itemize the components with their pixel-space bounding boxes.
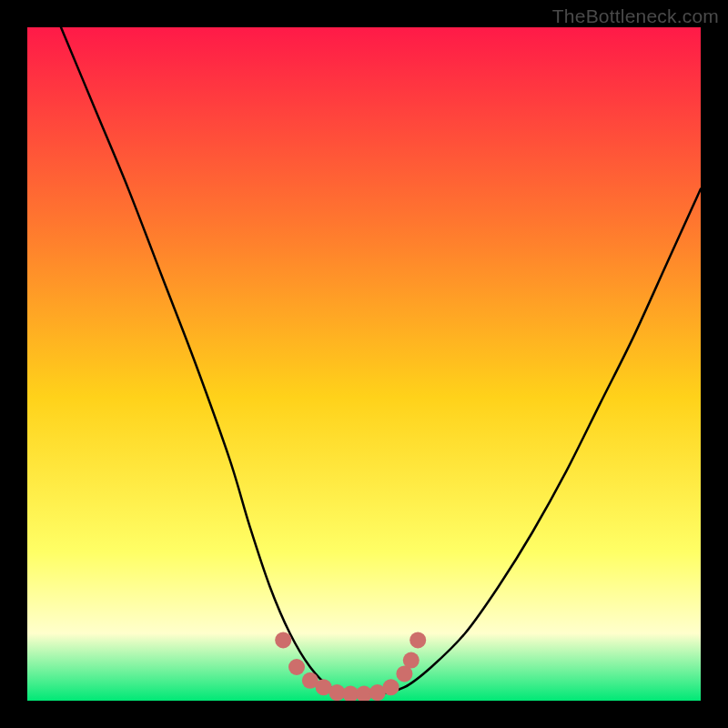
curve-marker — [383, 679, 399, 695]
chart-frame — [27, 27, 701, 701]
curve-marker — [410, 632, 426, 648]
curve-marker — [403, 652, 420, 669]
curve-marker — [275, 632, 291, 648]
watermark-text: TheBottleneck.com — [552, 5, 719, 27]
bottleneck-chart — [27, 27, 701, 701]
gradient-background — [27, 27, 701, 701]
curve-marker — [288, 659, 305, 675]
